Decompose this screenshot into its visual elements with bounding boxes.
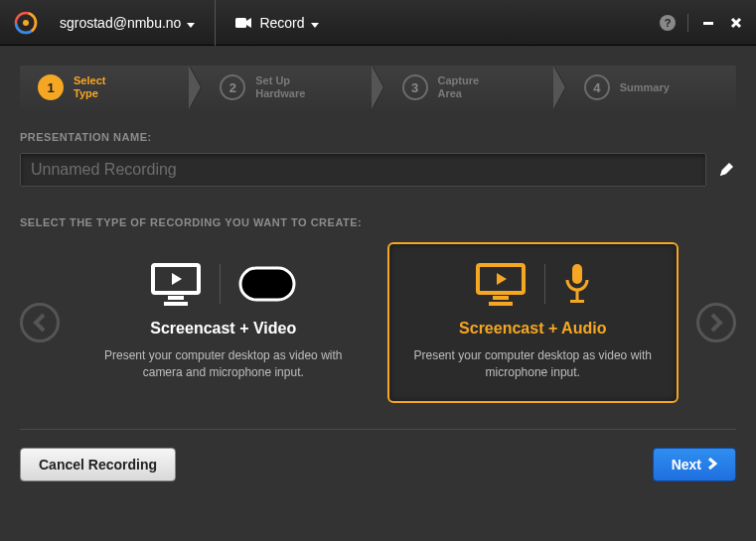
divider xyxy=(20,429,736,430)
next-button[interactable]: Next xyxy=(653,448,736,481)
microphone-icon xyxy=(563,262,591,306)
step-label: Select Type xyxy=(74,74,105,100)
option-icons xyxy=(95,262,352,306)
option-title: Screencast + Audio xyxy=(405,320,662,338)
caret-down-icon xyxy=(187,15,195,31)
stepper: 1 Select Type 2 Set Up Hardware 3 Captur… xyxy=(20,66,736,109)
divider xyxy=(687,14,688,32)
step-number: 4 xyxy=(584,74,610,100)
presentation-name-row xyxy=(20,153,736,187)
record-menu[interactable]: Record xyxy=(229,11,324,35)
step-summary[interactable]: 4 Summary xyxy=(566,74,736,100)
option-description: Present your computer desktop as video w… xyxy=(405,347,662,381)
step-label: Capture Area xyxy=(438,74,480,100)
step-number: 3 xyxy=(402,74,428,100)
svg-rect-5 xyxy=(703,22,713,25)
svg-point-3 xyxy=(23,20,29,26)
option-screencast-audio[interactable]: Screencast + Audio Present your computer… xyxy=(387,242,680,403)
step-label: Summary xyxy=(620,81,670,94)
svg-rect-7 xyxy=(168,296,184,300)
chevron-right-icon xyxy=(373,66,384,109)
svg-rect-12 xyxy=(489,302,513,306)
chevron-right-icon xyxy=(707,457,717,473)
svg-rect-15 xyxy=(570,300,584,303)
option-screencast-video[interactable]: Screencast + Video Present your computer… xyxy=(77,242,370,403)
chevron-right-icon xyxy=(554,66,566,109)
select-type-label: SELECT THE TYPE OF RECORDING YOU WANT TO… xyxy=(20,216,736,228)
record-label: Record xyxy=(259,15,304,31)
previous-option-button[interactable] xyxy=(20,303,60,342)
chevron-right-icon xyxy=(190,66,202,109)
window-controls: ? xyxy=(660,14,744,32)
svg-rect-14 xyxy=(575,290,578,300)
user-email: sgrostad@nmbu.no xyxy=(60,15,181,31)
presentation-name-input[interactable] xyxy=(20,153,706,187)
step-number: 1 xyxy=(38,74,64,100)
chevron-left-icon xyxy=(33,313,47,333)
divider xyxy=(544,264,545,304)
camera-icon xyxy=(235,17,251,29)
cancel-recording-button[interactable]: Cancel Recording xyxy=(20,448,176,481)
svg-rect-9 xyxy=(240,268,294,300)
chevron-right-icon xyxy=(709,313,723,333)
divider xyxy=(215,0,216,46)
footer: Cancel Recording Next xyxy=(20,448,736,481)
svg-rect-13 xyxy=(572,264,582,284)
content: 1 Select Type 2 Set Up Hardware 3 Captur… xyxy=(0,46,756,501)
pencil-icon xyxy=(718,162,734,178)
step-setup-hardware[interactable]: 2 Set Up Hardware xyxy=(202,74,372,100)
step-capture-area[interactable]: 3 Capture Area xyxy=(384,74,554,100)
app-logo xyxy=(12,9,40,37)
option-title: Screencast + Video xyxy=(95,320,352,338)
recording-type-options: Screencast + Video Present your computer… xyxy=(20,242,736,403)
minimize-button[interactable] xyxy=(700,15,716,31)
step-label: Set Up Hardware xyxy=(255,74,305,100)
step-select-type[interactable]: 1 Select Type xyxy=(20,74,190,100)
option-icons xyxy=(405,262,662,306)
svg-rect-11 xyxy=(493,296,509,300)
next-option-button[interactable] xyxy=(696,303,736,342)
monitor-play-icon xyxy=(475,262,527,306)
edit-name-button[interactable] xyxy=(716,160,736,180)
svg-rect-4 xyxy=(235,18,246,28)
webcam-icon xyxy=(238,266,296,302)
close-button[interactable] xyxy=(728,15,744,31)
topbar: sgrostad@nmbu.no Record ? xyxy=(0,0,756,46)
user-dropdown[interactable]: sgrostad@nmbu.no xyxy=(54,11,201,35)
help-button[interactable]: ? xyxy=(660,15,676,31)
option-description: Present your computer desktop as video w… xyxy=(95,347,352,381)
step-number: 2 xyxy=(220,74,245,100)
presentation-name-label: PRESENTATION NAME: xyxy=(20,131,736,143)
button-label: Next xyxy=(672,457,701,473)
monitor-play-icon xyxy=(150,262,202,306)
svg-rect-8 xyxy=(164,302,188,306)
button-label: Cancel Recording xyxy=(39,457,157,473)
help-icon: ? xyxy=(660,15,676,31)
divider xyxy=(220,264,221,304)
caret-down-icon xyxy=(311,15,319,31)
